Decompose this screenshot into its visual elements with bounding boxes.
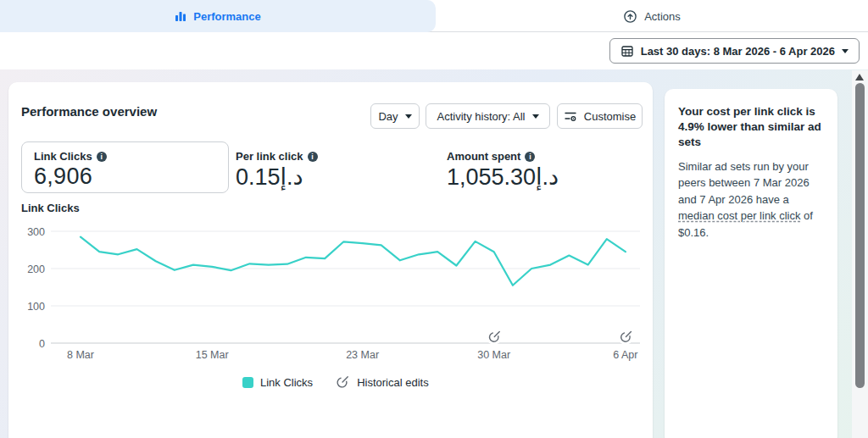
svg-text:8 Mar: 8 Mar [67,349,94,361]
performance-overview-card: Performance overview Day Activity histor… [8,82,653,438]
info-icon[interactable] [97,152,107,162]
svg-text:15 Mar: 15 Mar [196,349,229,361]
svg-text:300: 300 [27,226,45,238]
day-dropdown-label: Day [378,110,398,123]
info-icon[interactable] [525,152,535,162]
metric-amount-spent-label: Amount spent [447,150,520,163]
metric-amount-spent-value: 1,055.30د.إ [447,164,559,191]
metric-per-link-click-value: 0.15د.إ [236,164,318,191]
panel-title: Performance overview [21,104,157,119]
svg-text:200: 200 [27,263,45,275]
svg-text:23 Mar: 23 Mar [346,349,379,361]
tab-performance-label: Performance [193,10,260,23]
scroll-up-arrow-icon[interactable] [855,74,864,80]
metric-link-clicks-label: Link Clicks [34,150,92,163]
chevron-down-icon [532,114,539,119]
customise-button-label: Customise [584,110,636,123]
legend-item-link-clicks: Link Clicks [242,376,313,389]
tab-performance[interactable]: Performance [0,0,436,32]
tip-body-text: Similar ad sets run by your peers betwee… [678,160,810,206]
metric-per-link-click-label: Per link click [236,150,303,163]
bar-chart-icon [175,10,186,22]
scrollbar-thumb[interactable] [855,83,865,388]
chevron-down-icon [405,114,412,119]
svg-text:0: 0 [39,338,45,350]
customise-button[interactable]: Customise [557,103,643,129]
date-filter-row: Last 30 days: 8 Mar 2026 - 6 Apr 2026 [0,32,868,69]
chevron-down-icon [842,49,849,53]
date-range-button[interactable]: Last 30 days: 8 Mar 2026 - 6 Apr 2026 [609,38,860,64]
link-clicks-line-chart: 01002003008 Mar15 Mar23 Mar30 Mar6 Apr [13,216,644,369]
svg-text:30 Mar: 30 Mar [477,349,510,361]
historical-edits-icon [335,374,350,390]
metric-amount-spent[interactable]: Amount spent 1,055.30د.إ [447,141,559,193]
svg-text:6 Apr: 6 Apr [613,349,637,361]
chart-title: Link Clicks [21,202,80,214]
legend-item-historical-edits: Historical edits [335,374,429,390]
tip-heading: Your cost per link click is 4.9% lower t… [678,104,824,151]
legend-historical-edits-label: Historical edits [357,376,429,389]
day-dropdown[interactable]: Day [370,103,420,129]
customise-sliders-icon [564,109,577,123]
arrow-up-circle-icon [623,9,637,24]
chart-legend: Link Clicks Historical edits [242,374,429,390]
activity-history-dropdown[interactable]: Activity history: All [426,103,550,129]
tab-actions[interactable]: Actions [436,0,868,32]
tip-term-link[interactable]: median cost per link click [678,209,801,222]
svg-text:100: 100 [27,301,45,313]
metric-link-clicks[interactable]: Link Clicks 6,906 [21,141,229,193]
link-clicks-swatch [242,377,253,388]
vertical-scrollbar [852,70,868,438]
tip-body: Similar ad sets run by your peers betwee… [678,158,824,241]
legend-link-clicks-label: Link Clicks [260,376,313,389]
calendar-icon [620,44,634,58]
info-icon[interactable] [308,152,318,162]
metric-per-link-click[interactable]: Per link click 0.15د.إ [236,141,318,193]
tab-actions-label: Actions [644,10,681,23]
benchmark-tip-card: Your cost per link click is 4.9% lower t… [665,89,837,438]
activity-history-label: Activity history: All [437,110,525,123]
metric-link-clicks-value: 6,906 [34,164,216,190]
top-tab-bar: Performance Actions [0,0,868,32]
date-range-label: Last 30 days: 8 Mar 2026 - 6 Apr 2026 [641,45,835,58]
